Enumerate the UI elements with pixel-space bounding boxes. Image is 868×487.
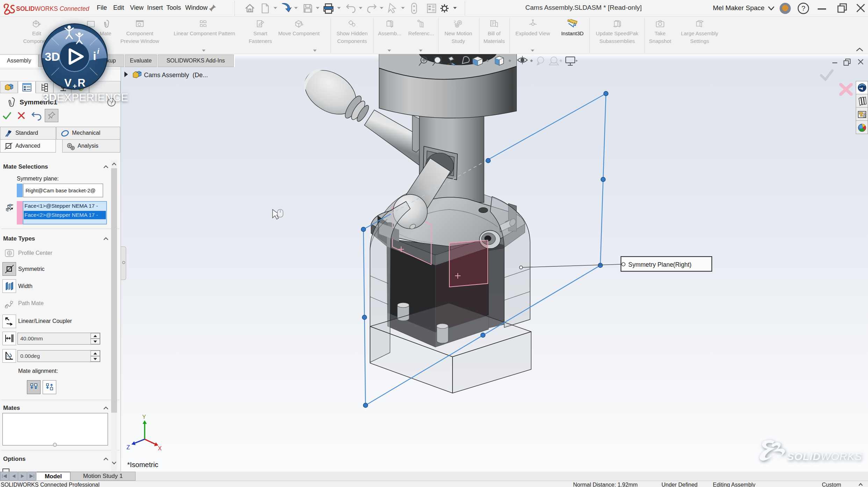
svg-text:SOLIDWORKS Connected: SOLIDWORKS Connected bbox=[16, 5, 89, 12]
svg-text:Symmetry Plane(Right): Symmetry Plane(Right) bbox=[628, 261, 692, 268]
svg-text:?: ? bbox=[801, 5, 805, 12]
svg-text:Y: Y bbox=[142, 414, 146, 420]
svg-text:i: i bbox=[93, 49, 96, 62]
svg-text:3D: 3D bbox=[45, 50, 60, 63]
svg-text:SOLIDWORKS: SOLIDWORKS bbox=[787, 451, 862, 462]
svg-text:Z: Z bbox=[126, 444, 130, 450]
svg-text:i: i bbox=[97, 47, 100, 56]
svg-text:X: X bbox=[158, 445, 162, 451]
svg-text:R: R bbox=[78, 77, 85, 89]
svg-text:+: + bbox=[73, 82, 77, 90]
svg-text:V: V bbox=[64, 77, 72, 89]
